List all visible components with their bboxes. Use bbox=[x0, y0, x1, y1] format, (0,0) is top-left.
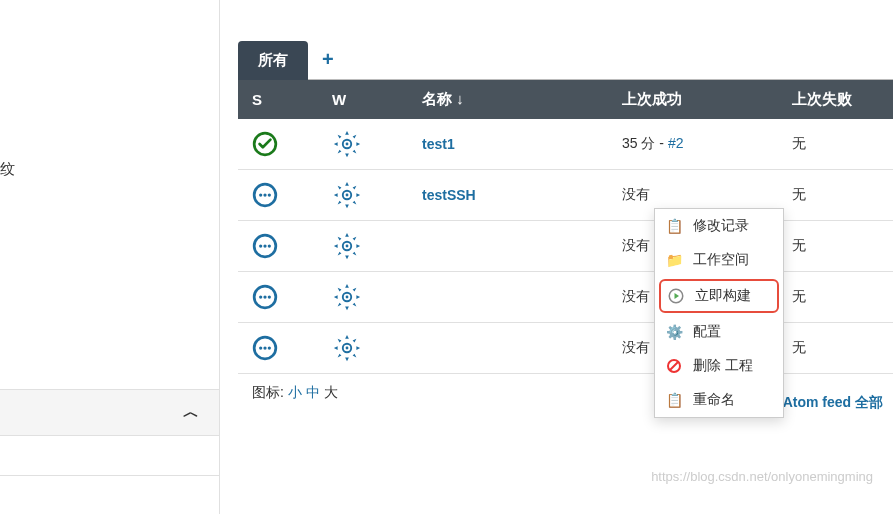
build-link[interactable]: #2 bbox=[668, 135, 684, 151]
table-row: test1 35 分 - #2 无 bbox=[238, 119, 893, 170]
ctx-label: 重命名 bbox=[693, 391, 735, 409]
col-last-failure[interactable]: 上次失败 bbox=[778, 80, 893, 119]
last-success-text: 没有 bbox=[622, 339, 650, 355]
ctx-label: 修改记录 bbox=[693, 217, 749, 235]
tabs-bar: 所有 + bbox=[238, 40, 893, 80]
ctx-workspace[interactable]: 📁 工作空间 bbox=[655, 243, 783, 277]
col-status[interactable]: S bbox=[238, 80, 318, 119]
table-row: 没有 无 bbox=[238, 221, 893, 272]
job-name-link[interactable]: test1 bbox=[422, 136, 455, 152]
folder-icon: 📁 bbox=[665, 251, 683, 269]
weather-icon bbox=[332, 282, 362, 312]
build-queue: ︿ bbox=[0, 389, 219, 514]
last-failure-text: 无 bbox=[792, 237, 806, 253]
ctx-changes[interactable]: 📋 修改记录 bbox=[655, 209, 783, 243]
last-success-text: 没有 bbox=[622, 237, 650, 253]
col-last-success[interactable]: 上次成功 bbox=[608, 80, 778, 119]
ctx-label: 删除 工程 bbox=[693, 357, 753, 375]
weather-icon bbox=[332, 129, 362, 159]
watermark: https://blog.csdn.net/onlyonemingming bbox=[651, 469, 873, 484]
job-name-link[interactable]: testSSH bbox=[422, 187, 476, 203]
weather-icon bbox=[332, 333, 362, 363]
col-name[interactable]: 名称 ↓ bbox=[408, 80, 608, 119]
last-failure-text: 无 bbox=[792, 186, 806, 202]
gear-icon: ⚙️ bbox=[665, 323, 683, 341]
tab-all[interactable]: 所有 bbox=[238, 41, 308, 80]
queue-row bbox=[0, 436, 219, 476]
success-status-icon bbox=[252, 131, 278, 157]
sidebar: 纹 ︿ bbox=[0, 0, 220, 514]
context-menu: 📋 修改记录 📁 工作空间 立即构建 ⚙️ 配置 删除 bbox=[654, 208, 784, 418]
ctx-label: 工作空间 bbox=[693, 251, 749, 269]
ctx-delete[interactable]: 删除 工程 bbox=[655, 349, 783, 383]
clock-play-icon bbox=[667, 287, 685, 305]
feed-label: Atom feed 全部 bbox=[783, 394, 883, 412]
weather-icon bbox=[332, 180, 362, 210]
table-row: 没有 无 bbox=[238, 272, 893, 323]
notepad-icon: 📋 bbox=[665, 217, 683, 235]
last-success-text: 35 分 - bbox=[622, 135, 668, 151]
main-panel: 所有 + S W 名称 ↓ 上次成功 上次失败 test1 35 分 - #2 … bbox=[220, 0, 893, 514]
ctx-configure[interactable]: ⚙️ 配置 bbox=[655, 315, 783, 349]
icon-size-row: 图标: 小 中 大 图例 Atom feed 全部 bbox=[238, 374, 893, 412]
add-tab-button[interactable]: + bbox=[308, 48, 348, 71]
ctx-label: 配置 bbox=[693, 323, 721, 341]
weather-icon bbox=[332, 231, 362, 261]
jobs-table: S W 名称 ↓ 上次成功 上次失败 test1 35 分 - #2 无 tes… bbox=[238, 80, 893, 374]
notepad-icon: 📋 bbox=[665, 391, 683, 409]
running-status-icon bbox=[252, 233, 278, 259]
chevron-up-icon: ︿ bbox=[183, 402, 199, 423]
table-row: 没有 无 bbox=[238, 323, 893, 374]
ctx-label: 立即构建 bbox=[695, 287, 751, 305]
svg-line-3 bbox=[670, 362, 678, 370]
table-row: testSSH 没有 无 bbox=[238, 170, 893, 221]
icon-label: 图标: bbox=[252, 384, 284, 402]
forbidden-icon bbox=[665, 357, 683, 375]
ctx-build-now[interactable]: 立即构建 bbox=[659, 279, 779, 313]
last-failure-text: 无 bbox=[792, 135, 806, 151]
icon-size-small[interactable]: 小 bbox=[288, 384, 302, 402]
running-status-icon bbox=[252, 335, 278, 361]
running-status-icon bbox=[252, 284, 278, 310]
queue-row bbox=[0, 476, 219, 514]
col-weather[interactable]: W bbox=[318, 80, 408, 119]
running-status-icon bbox=[252, 182, 278, 208]
queue-header[interactable]: ︿ bbox=[0, 390, 219, 436]
icon-size-medium[interactable]: 中 bbox=[306, 384, 320, 402]
last-success-text: 没有 bbox=[622, 186, 650, 202]
last-success-text: 没有 bbox=[622, 288, 650, 304]
last-failure-text: 无 bbox=[792, 288, 806, 304]
icon-size-large: 大 bbox=[324, 384, 338, 402]
ctx-rename[interactable]: 📋 重命名 bbox=[655, 383, 783, 417]
sidebar-label: 纹 bbox=[0, 150, 219, 189]
last-failure-text: 无 bbox=[792, 339, 806, 355]
